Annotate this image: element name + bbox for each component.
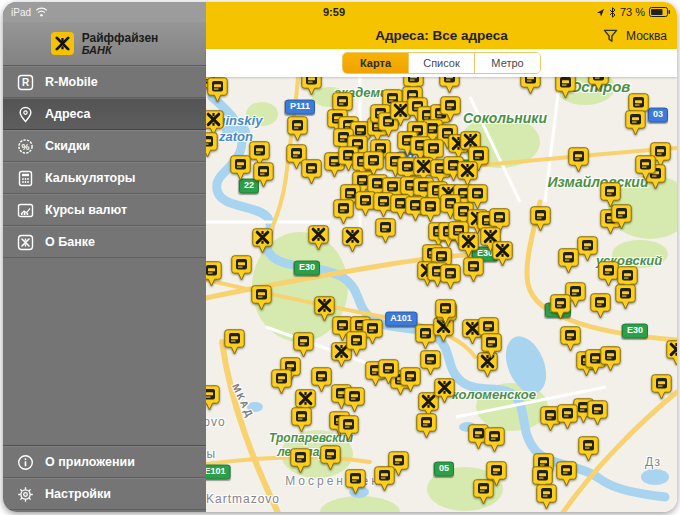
wifi-icon bbox=[35, 7, 48, 17]
map-marker-atm[interactable] bbox=[253, 162, 274, 188]
map-marker-atm[interactable] bbox=[374, 466, 395, 492]
map-marker-atm[interactable] bbox=[293, 332, 314, 358]
map-marker-atm[interactable] bbox=[435, 299, 456, 325]
map-marker-atm[interactable] bbox=[206, 132, 218, 158]
sidebar-item-about-bank[interactable]: О Банке bbox=[3, 226, 206, 258]
map-marker-atm[interactable] bbox=[301, 159, 322, 185]
map-marker-atm[interactable] bbox=[651, 374, 672, 400]
map-marker-atm[interactable] bbox=[536, 484, 557, 510]
map-marker-atm[interactable] bbox=[440, 264, 461, 290]
map-marker-atm[interactable] bbox=[320, 445, 341, 471]
map-marker-atm[interactable] bbox=[375, 218, 396, 244]
map-marker-branch[interactable] bbox=[458, 232, 479, 258]
view-tabs: Карта Список Метро bbox=[206, 49, 677, 77]
sidebar-item-exchange-rates[interactable]: Курсы валют bbox=[3, 194, 206, 226]
map-marker-branch[interactable] bbox=[666, 340, 677, 366]
map-marker-atm[interactable] bbox=[520, 77, 541, 95]
map-marker-atm[interactable] bbox=[635, 155, 656, 181]
map-marker-atm[interactable] bbox=[378, 359, 399, 385]
map-marker-atm[interactable] bbox=[290, 448, 311, 474]
road-sign-blue: 03 bbox=[648, 108, 668, 123]
road-sign-blue: А101 bbox=[385, 312, 417, 327]
map-marker-atm[interactable] bbox=[568, 147, 589, 173]
tab-list[interactable]: Список bbox=[409, 53, 475, 73]
map-marker-atm[interactable] bbox=[420, 350, 441, 376]
map-marker-atm[interactable] bbox=[231, 255, 252, 281]
road-sign-green: 05 bbox=[434, 462, 454, 477]
device-label: iPad bbox=[11, 7, 31, 18]
brand-name: Райффайзен bbox=[82, 32, 159, 44]
map-marker-atm[interactable] bbox=[345, 469, 366, 495]
map-marker-atm[interactable] bbox=[224, 329, 245, 355]
ipad-screen: iPad Райффайзен БАНК bbox=[3, 2, 677, 512]
battery-percent: 73 % bbox=[620, 6, 645, 18]
map-marker-atm[interactable] bbox=[587, 400, 608, 426]
map-marker-atm[interactable] bbox=[560, 326, 581, 352]
discount-icon: % bbox=[17, 138, 34, 155]
map-marker-atm[interactable] bbox=[420, 197, 441, 223]
filter-icon[interactable] bbox=[603, 29, 618, 43]
map-marker-branch[interactable] bbox=[308, 225, 329, 251]
sidebar-item-discounts[interactable]: % Скидки bbox=[3, 130, 206, 162]
sidebar-item-label: R-Mobile bbox=[45, 75, 98, 89]
map-marker-atm[interactable] bbox=[590, 293, 611, 319]
map-label-city: Дз bbox=[645, 455, 661, 469]
map-marker-atm[interactable] bbox=[333, 199, 354, 225]
map-marker-atm[interactable] bbox=[530, 206, 551, 232]
map-marker-branch[interactable] bbox=[342, 227, 363, 253]
map-marker-atm[interactable] bbox=[291, 407, 312, 433]
map-marker-atm[interactable] bbox=[481, 333, 502, 359]
map-marker-atm[interactable] bbox=[338, 415, 359, 441]
map-marker-atm[interactable] bbox=[555, 77, 576, 99]
map-marker-atm[interactable] bbox=[486, 461, 507, 487]
map-marker-atm[interactable] bbox=[400, 367, 421, 393]
map-marker-atm[interactable] bbox=[271, 369, 292, 395]
map-marker-branch[interactable] bbox=[252, 228, 273, 254]
nav-bar: Адреса: Все адреса Москва bbox=[206, 22, 677, 49]
map-marker-atm[interactable] bbox=[416, 413, 437, 439]
map-marker-atm[interactable] bbox=[346, 331, 367, 357]
map-marker-atm[interactable] bbox=[578, 436, 599, 462]
map-marker-branch[interactable] bbox=[492, 241, 513, 267]
map-marker-atm[interactable] bbox=[206, 385, 220, 411]
sidebar-item-rmobile[interactable]: R R-Mobile bbox=[3, 66, 206, 98]
map-marker-atm[interactable] bbox=[463, 257, 484, 283]
map-marker-atm[interactable] bbox=[301, 77, 322, 96]
map-marker-atm[interactable] bbox=[588, 77, 609, 92]
map-marker-atm[interactable] bbox=[550, 294, 571, 320]
sidebar-item-label: Скидки bbox=[45, 139, 90, 153]
map-marker-atm[interactable] bbox=[600, 182, 621, 208]
map-marker-atm[interactable] bbox=[600, 346, 621, 372]
map-marker-atm[interactable] bbox=[577, 236, 598, 262]
map-marker-atm[interactable] bbox=[206, 261, 222, 287]
tab-map[interactable]: Карта bbox=[343, 53, 409, 73]
sidebar-item-calculators[interactable]: Калькуляторы bbox=[3, 162, 206, 194]
map-marker-atm[interactable] bbox=[439, 77, 460, 94]
sidebar-item-addresses[interactable]: Адреса bbox=[3, 98, 206, 130]
sidebar-item-about-app[interactable]: О приложении bbox=[3, 446, 206, 478]
map-marker-atm[interactable] bbox=[251, 285, 272, 311]
map-marker-atm[interactable] bbox=[344, 387, 365, 413]
map-marker-atm[interactable] bbox=[230, 155, 251, 181]
map-marker-atm[interactable] bbox=[556, 461, 577, 487]
statusbar-right: 9:59 73 % bbox=[206, 2, 677, 22]
map-marker-atm[interactable] bbox=[440, 96, 461, 122]
map-canvas[interactable]: академииОстровСокольникиИзмайловскийуско… bbox=[206, 77, 677, 512]
map-marker-branch[interactable] bbox=[434, 378, 455, 404]
map-marker-atm[interactable] bbox=[557, 404, 578, 430]
city-button[interactable]: Москва bbox=[626, 29, 667, 43]
tab-metro[interactable]: Метро bbox=[475, 53, 540, 73]
road-sign-blue: P111 bbox=[285, 100, 315, 115]
map-label-cityspread: Мосрентген bbox=[285, 474, 381, 488]
road-sign-green: Е30 bbox=[294, 261, 320, 276]
map-marker-atm[interactable] bbox=[625, 110, 646, 136]
map-marker-atm[interactable] bbox=[558, 248, 579, 274]
exchange-chart-icon bbox=[17, 202, 34, 219]
map-marker-atm[interactable] bbox=[287, 116, 308, 142]
bluetooth-icon bbox=[609, 7, 616, 18]
map-marker-atm[interactable] bbox=[207, 77, 228, 103]
sidebar-item-settings[interactable]: Настройки bbox=[3, 478, 206, 510]
raiffeisen-gable-icon bbox=[51, 32, 74, 55]
map-marker-atm[interactable] bbox=[615, 284, 636, 310]
map-marker-atm[interactable] bbox=[484, 427, 505, 453]
